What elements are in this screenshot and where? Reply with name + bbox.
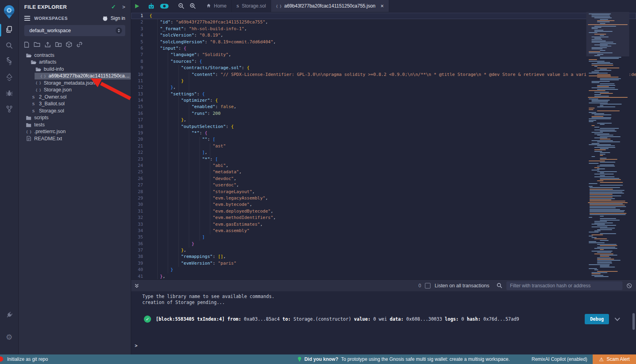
file-explorer-panel: FILE EXPLORER ✓ > WORKSPACES Sign in def… <box>19 0 131 354</box>
git-init-button[interactable]: Initialize as git repo <box>0 356 48 362</box>
tree-item-build-info[interactable]: build-info <box>19 66 131 73</box>
remix-logo[interactable] <box>0 2 19 22</box>
code-line: 20 "": [ <box>131 136 636 143</box>
ipfs-cube-icon[interactable] <box>66 41 72 48</box>
minimap[interactable] <box>586 12 629 279</box>
sign-in-button[interactable]: Sign in <box>102 15 125 21</box>
terminal[interactable]: Type the library name to see available c… <box>131 291 636 354</box>
json-icon: { } <box>25 130 32 134</box>
tree-item-storage-json[interactable]: { }Storage.json <box>19 87 131 94</box>
close-tab-icon[interactable]: × <box>380 3 384 9</box>
check-icon: ✓ <box>111 4 116 10</box>
code-line: 34 "evm.assembly" <box>131 228 636 234</box>
transaction-count: 0 <box>419 283 421 288</box>
tree-item-artifacts[interactable]: artifacts <box>19 59 131 66</box>
tree-item-a69b43f277ba20fcac141151250ca7-[interactable]: { }a69b43f277ba20fcac141151250ca7... <box>35 73 131 80</box>
tree-item-scripts[interactable]: scripts <box>19 114 131 122</box>
clear-console-icon[interactable] <box>626 283 632 288</box>
remix-ide-window: ⚙ FILE EXPLORER ✓ > WORKSPACES Sign in <box>0 0 636 364</box>
home-icon <box>206 3 211 9</box>
tree-item--prettierrc-json[interactable]: { }.prettierrc.json <box>19 128 131 136</box>
tip-text: To prototype using the Gnosis safe multi… <box>341 356 510 362</box>
active-indicator <box>0 24 1 37</box>
tab-strip: HomeSStorage.sol{ }a69b43f277ba20fcac141… <box>202 0 389 12</box>
github-icon <box>102 16 108 21</box>
transaction-row[interactable]: ✓ [block:5583405 txIndex:4] from: 0xa03.… <box>144 314 620 324</box>
file-explorer-icon <box>5 25 13 35</box>
expand-transaction-icon[interactable] <box>615 318 620 321</box>
tab-a69b43f277ba20fcac141151250ca755-json[interactable]: { }a69b43f277ba20fcac141151250ca755.json… <box>271 0 389 12</box>
code-line: 28 "storageLayout", <box>131 189 636 195</box>
code-line: 14 "optimizer": { <box>131 97 636 104</box>
code-line: 4 "solcVersion": "0.8.19", <box>131 32 636 39</box>
zoom-in-button[interactable] <box>190 3 196 9</box>
sidebar-item-search[interactable] <box>0 38 19 54</box>
code-line: 36 } <box>131 241 636 247</box>
tab-storage-sol[interactable]: SStorage.sol <box>232 0 271 12</box>
double-chevron-down-icon <box>134 283 139 288</box>
robot-icon <box>148 3 155 9</box>
sidebar-item-settings[interactable]: ⚙ <box>0 329 19 345</box>
transaction-filter-input[interactable] <box>506 281 622 290</box>
sidebar-item-file-explorer[interactable] <box>0 22 19 38</box>
upload-folder-icon[interactable] <box>55 42 62 47</box>
tree-item-storage-sol[interactable]: SStorage.sol <box>19 107 131 114</box>
code-line: 15 "enabled": false, <box>131 104 636 110</box>
bug-icon <box>6 90 13 98</box>
new-folder-icon[interactable] <box>34 42 40 47</box>
listen-all-checkbox[interactable] <box>425 283 430 288</box>
copilot-status[interactable]: RemixAI Copilot (enabled) <box>531 356 587 362</box>
scam-alert-button[interactable]: ⚠ Scam Alert <box>593 354 636 364</box>
minimap-slider[interactable] <box>586 12 629 56</box>
terminal-line: Type the library name to see available c… <box>142 294 636 300</box>
workspace-select[interactable]: default_workspace <box>24 25 125 36</box>
new-file-icon[interactable] <box>24 42 29 48</box>
sidebar-item-solidity-compiler[interactable] <box>0 54 19 70</box>
sidebar-item-deploy-run[interactable] <box>0 70 19 86</box>
terminal-collapse-button[interactable] <box>134 283 139 288</box>
run-script-button[interactable] <box>134 4 140 9</box>
transaction-summary: [block:5583405 txIndex:4] from: 0xa03...… <box>156 316 519 322</box>
play-icon <box>134 4 140 9</box>
code-line: 38 "remappings": [], <box>131 254 636 260</box>
code-line: 26 "devdoc", <box>131 176 636 182</box>
code-line: 32 "evm.methodIdentifiers", <box>131 215 636 221</box>
theme-toggle[interactable] <box>160 4 169 9</box>
terminal-prompt[interactable]: > <box>135 343 138 349</box>
code-line: 30 "evm.bytecode", <box>131 201 636 208</box>
code-line: 35 ] <box>131 234 636 240</box>
tree-item-storage-metadata-json[interactable]: { }Storage_metadata.json <box>19 79 131 87</box>
file-tree: contractsartifactsbuild-info{ }a69b43f27… <box>19 52 131 142</box>
tree-item-3-ballot-sol[interactable]: S3_Ballot.sol <box>19 101 131 108</box>
sidebar-item-plugin-manager[interactable] <box>0 308 19 323</box>
json-icon: { } <box>39 74 47 78</box>
code-line: 39 "evmVersion": "paris" <box>131 260 636 267</box>
upload-file-icon[interactable] <box>45 42 51 48</box>
code-line: 5 "solcLongVersion": "0.8.19+commit.7dd6… <box>131 39 636 45</box>
sidebar-item-debugger[interactable] <box>0 86 19 102</box>
code-line: 10 "content": "// SPDX-License-Identifie… <box>131 72 636 78</box>
file-icon <box>25 136 32 141</box>
code-editor[interactable]: 1{2 "id": "a69b43f277ba20fcac141151250ca… <box>131 12 636 279</box>
remixai-assistant-button[interactable] <box>148 3 155 9</box>
tab-home[interactable]: Home <box>202 0 232 12</box>
sidebar-item-git[interactable] <box>0 102 19 118</box>
zoom-out-button[interactable] <box>178 3 184 9</box>
folder-icon <box>25 122 32 127</box>
tree-item-tests[interactable]: tests <box>19 121 131 128</box>
code-line: 25 "metadata", <box>131 169 636 175</box>
terminal-line: creation of Storage pending... <box>142 300 636 306</box>
tree-item-readme-txt[interactable]: README.txt <box>19 135 131 142</box>
tree-item-2-owner-sol[interactable]: S2_Owner.sol <box>19 93 131 101</box>
tree-item-contracts[interactable]: contracts <box>19 52 131 59</box>
success-check-icon: ✓ <box>144 316 151 323</box>
link-icon[interactable] <box>76 41 83 48</box>
code-line: 12 }, <box>131 84 636 91</box>
code-lines: 1{2 "id": "a69b43f277ba20fcac141151250ca… <box>131 12 636 279</box>
code-line: 40 } <box>131 267 636 273</box>
workspaces-menu-icon[interactable] <box>24 16 30 21</box>
solidity-icon: S <box>30 95 37 99</box>
terminal-scrollbar[interactable] <box>632 313 635 330</box>
chevron-right-icon[interactable]: > <box>122 4 125 10</box>
debug-button[interactable]: Debug <box>585 314 609 324</box>
